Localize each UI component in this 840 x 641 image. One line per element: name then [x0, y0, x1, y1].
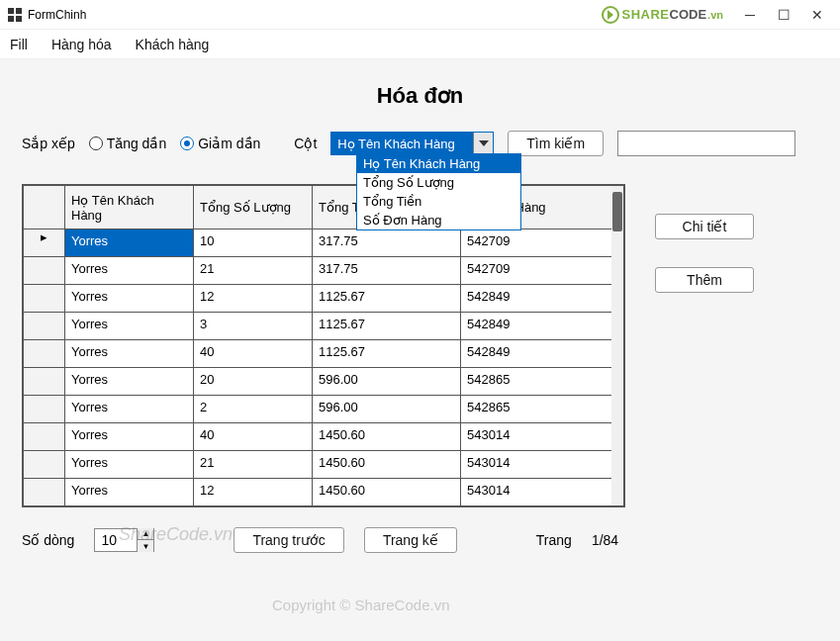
- cell-qty[interactable]: 3: [194, 313, 313, 340]
- cell-name[interactable]: Yorres: [65, 340, 194, 368]
- cell-qty[interactable]: 40: [194, 340, 313, 368]
- cell-name[interactable]: Yorres: [65, 451, 194, 479]
- table-row[interactable]: Yorres21317.75542709: [24, 257, 624, 285]
- cell-total[interactable]: 1125.67: [313, 313, 461, 340]
- cell-total[interactable]: 317.75: [313, 257, 461, 285]
- cell-order[interactable]: 543014: [461, 423, 624, 451]
- cell-name[interactable]: Yorres: [65, 313, 194, 340]
- svg-rect-3: [16, 16, 22, 22]
- maximize-button[interactable]: ☐: [767, 1, 800, 29]
- radio-desc-label: Giảm dần: [198, 136, 260, 151]
- step-up-icon[interactable]: ▲: [138, 528, 153, 540]
- cell-total[interactable]: 1125.67: [313, 285, 461, 313]
- radio-desc-icon: [180, 137, 194, 150]
- row-pointer-cell[interactable]: [24, 340, 65, 368]
- row-pointer-cell[interactable]: ▸: [24, 229, 65, 257]
- close-button[interactable]: ✕: [800, 1, 834, 29]
- cell-qty[interactable]: 21: [194, 451, 313, 479]
- cell-total[interactable]: 1450.60: [313, 451, 461, 479]
- cell-name[interactable]: Yorres: [65, 229, 194, 257]
- cell-name[interactable]: Yorres: [65, 257, 194, 285]
- cell-name[interactable]: Yorres: [65, 479, 194, 506]
- column-combo-value: Họ Tên Khách Hàng: [331, 133, 473, 154]
- menu-khachhang[interactable]: Khách hàng: [136, 37, 210, 52]
- row-pointer-cell[interactable]: [24, 423, 65, 451]
- cell-order[interactable]: 542709: [461, 257, 624, 285]
- menu-hanghoa[interactable]: Hàng hóa: [51, 37, 112, 52]
- table-row[interactable]: Yorres401125.67542849: [24, 340, 624, 368]
- dropdown-option[interactable]: Tổng Tiền: [357, 192, 520, 211]
- cell-order[interactable]: 542849: [461, 285, 624, 313]
- rows-per-page-stepper[interactable]: 10 ▲ ▼: [94, 528, 154, 552]
- next-page-button[interactable]: Trang kế: [364, 527, 457, 553]
- cell-name[interactable]: Yorres: [65, 396, 194, 423]
- cell-order[interactable]: 542849: [461, 313, 624, 340]
- row-pointer-cell[interactable]: [24, 396, 65, 423]
- add-button[interactable]: Thêm: [655, 267, 754, 293]
- cell-order[interactable]: 542849: [461, 340, 624, 368]
- table-row[interactable]: Yorres121450.60543014: [24, 479, 624, 506]
- scroll-thumb[interactable]: [612, 192, 622, 231]
- menu-fill[interactable]: Fill: [10, 37, 28, 52]
- rows-value: 10: [95, 532, 137, 548]
- radio-asc-label: Tăng dần: [107, 136, 166, 151]
- row-pointer-cell[interactable]: [24, 368, 65, 396]
- table-row[interactable]: Yorres20596.00542865: [24, 368, 624, 396]
- radio-desc[interactable]: Giảm dần: [180, 136, 260, 151]
- cell-total[interactable]: 1450.60: [313, 479, 461, 506]
- row-pointer-cell[interactable]: [24, 285, 65, 313]
- row-pointer-cell[interactable]: [24, 479, 65, 506]
- cell-total[interactable]: 1125.67: [313, 340, 461, 368]
- table-row[interactable]: Yorres31125.67542849: [24, 313, 624, 340]
- cell-order[interactable]: 542865: [461, 368, 624, 396]
- radio-asc[interactable]: Tăng dần: [89, 136, 166, 151]
- row-pointer-cell[interactable]: [24, 257, 65, 285]
- page-title: Hóa đơn: [0, 83, 840, 109]
- table-row[interactable]: Yorres2596.00542865: [24, 396, 624, 423]
- table-row[interactable]: Yorres211450.60543014: [24, 451, 624, 479]
- cell-order[interactable]: 542709: [461, 229, 624, 257]
- chevron-down-icon: [473, 133, 493, 154]
- dropdown-option[interactable]: Tổng Số Lượng: [357, 173, 520, 192]
- cell-qty[interactable]: 20: [194, 368, 313, 396]
- side-buttons: Chi tiết Thêm: [655, 214, 754, 293]
- watermark: Copyright © ShareCode.vn: [272, 596, 449, 613]
- search-button[interactable]: Tìm kiếm: [508, 131, 604, 156]
- row-pointer-cell[interactable]: [24, 313, 65, 340]
- cell-total[interactable]: 596.00: [313, 368, 461, 396]
- cell-order[interactable]: 543014: [461, 451, 624, 479]
- detail-button[interactable]: Chi tiết: [655, 214, 754, 239]
- cell-name[interactable]: Yorres: [65, 368, 194, 396]
- vertical-scrollbar[interactable]: [611, 186, 623, 505]
- search-input[interactable]: [617, 131, 795, 156]
- cell-total[interactable]: 596.00: [313, 396, 461, 423]
- cell-order[interactable]: 542865: [461, 396, 624, 423]
- cell-order[interactable]: 543014: [461, 479, 624, 506]
- menubar: Fill Hàng hóa Khách hàng: [0, 30, 840, 59]
- cell-total[interactable]: 1450.60: [313, 423, 461, 451]
- cell-name[interactable]: Yorres: [65, 423, 194, 451]
- dropdown-option[interactable]: Họ Tên Khách Hàng: [357, 154, 520, 173]
- table-row[interactable]: ▸Yorres10317.75542709: [24, 229, 624, 257]
- cell-total[interactable]: 317.75: [313, 229, 461, 257]
- table-row[interactable]: Yorres121125.67542849: [24, 285, 624, 313]
- col-name[interactable]: Họ Tên Khách Hàng: [65, 186, 194, 229]
- prev-page-button[interactable]: Trang trước: [233, 527, 344, 553]
- cell-name[interactable]: Yorres: [65, 285, 194, 313]
- column-combo[interactable]: Họ Tên Khách Hàng: [330, 132, 494, 155]
- dropdown-option[interactable]: Số Đơn Hàng: [357, 211, 520, 229]
- cell-qty[interactable]: 12: [194, 285, 313, 313]
- cell-qty[interactable]: 12: [194, 479, 313, 506]
- step-down-icon[interactable]: ▼: [138, 540, 153, 552]
- cell-qty[interactable]: 10: [194, 229, 313, 257]
- row-pointer-cell[interactable]: [24, 451, 65, 479]
- cell-qty[interactable]: 2: [194, 396, 313, 423]
- table-row[interactable]: Yorres401450.60543014: [24, 423, 624, 451]
- minimize-button[interactable]: ─: [733, 1, 767, 29]
- cell-qty[interactable]: 21: [194, 257, 313, 285]
- svg-rect-0: [8, 8, 14, 14]
- col-qty[interactable]: Tổng Số Lượng: [194, 186, 313, 229]
- rows-label: Số dòng: [22, 532, 74, 548]
- svg-rect-1: [16, 8, 22, 14]
- cell-qty[interactable]: 40: [194, 423, 313, 451]
